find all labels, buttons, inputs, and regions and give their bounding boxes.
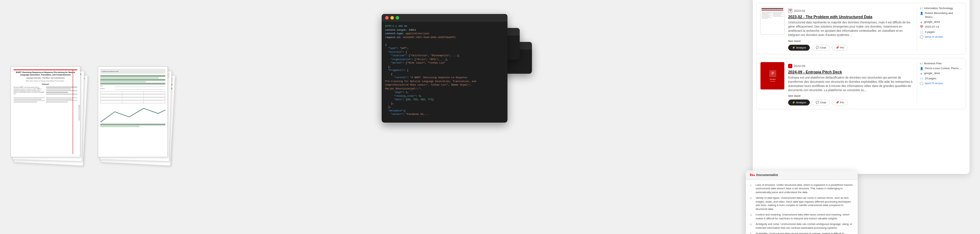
chat-logo-icon [750,174,755,176]
see-more-1[interactable]: See more [788,40,913,43]
chat-item-3: 3. Context and meaning: Unstructured dat… [750,213,853,220]
analyze-btn-1[interactable]: ⚡ Analyze [788,45,810,51]
paper-subtitle: Language Generation, Translation, and Co… [14,77,77,79]
result-desc-1: Unstructured data représente la majorité… [788,21,913,37]
result-body-2: P 2024-09 2024-09 - Entropia Pitch Deck … [788,62,913,106]
form-stack: Formulaire Document Expérience professio… [98,66,175,168]
meta-authors-2: 👤 Pierre-Louis Cortesi, Pierre-... [920,67,962,70]
drive-icon: ▲ [920,21,923,24]
result-title-2: 2024-09 - Entropia Pitch Deck [788,70,913,74]
meta-category-text-2: Business Plan [924,62,942,65]
pages-icon: 📄 [920,31,923,34]
terminal-section: HTTP/1.1 200 OK content-length: applicat… [382,14,535,220]
meta-source-1: ▲ google_drive [920,20,962,24]
result-card-1: 📅 2023-02 2023-02 - The Problem with Uns… [756,3,966,54]
meta-authors-text-2: Pierre-Louis Cortesi, Pierre-... [925,67,962,70]
chat-text-2: Variety of data types: Unstructured data… [756,196,853,211]
meta-source-text-2: google_drive [924,71,940,75]
meta-authors-1: 👤 Robert Bloomberg and Sharu... [920,11,962,19]
chat-logo-dot-3 [754,175,755,176]
meta-pages-text-1: 4 pages [925,30,935,34]
result-thumbnail-2: P Entropia Pitch Deck [760,62,784,90]
result-meta-1: 🏷 Information Technology 👤 Robert Bloomb… [917,6,962,51]
analyze-btn-2[interactable]: ⚡ Analyze [788,100,810,106]
paper-col-left: We present BART, a denoising autoencoder… [14,87,45,95]
chat-logo-dot-2 [752,174,753,176]
person-icon: 👤 [920,12,923,15]
ppt-subtitle: Pitch Deck [770,81,775,82]
meta-category-1: 🏷 Information Technology [920,6,962,10]
paper-body-text: We present BART, a denoising autoencoder… [14,87,45,95]
form-page-front: Expérience professionnelle Nom: Prénom: [98,66,168,157]
result-date-badge-1: 📅 2023-02 [788,9,805,13]
paper-abstract-title: Abstract [14,83,77,85]
traffic-light-red-3[interactable] [385,16,389,19]
result-thumbnail-1 [760,6,784,35]
chat-text-1: Lack of structure: Unlike structured dat… [756,183,853,194]
terminal-body-front: HTTP/1.1 200 OK content-length: 44911 co… [382,22,508,123]
chat-item-1: 1. Lack of structure: Unlike structured … [750,183,853,194]
result-title-prefix-1: 2023-02 - The Problem with [788,15,839,19]
meta-date-text-1: 2023-07-13 [925,25,939,28]
paper-page-front: BART: Denoising Sequence-to-Sequence Pre… [11,66,80,157]
meta-source-2: ▲ google_drive [920,71,962,75]
chat-body: 1. Lack of structure: Unlike structured … [746,180,858,234]
meta-pages-text-2: 15 pages [925,77,936,80]
result-date-2: 2024-09 [794,64,805,68]
traffic-light-yellow-3[interactable] [390,16,394,19]
result-actions-2: ⚡ Analyze 💬 Chat 📌 Pin [788,100,913,106]
chat-btn-2[interactable]: 💬 Chat [812,100,830,106]
result-actions-1: ⚡ Analyze 💬 Chat 📌 Pin [788,45,913,51]
result-date-badge-2: P 2024-09 [788,64,805,68]
calendar-icon-2: 📅 [920,25,923,28]
terminal-window-front: HTTP/1.1 200 OK content-length: 44911 co… [382,14,508,123]
documentalist-app-section: Documentalist 🔍 × Keyword Semantic Date … [753,0,969,234]
chat-logo-dot-1 [750,174,751,176]
chat-btn-1[interactable]: 💬 Chat [812,45,830,51]
paper-authors: Mike Lewis, Yinhan Liu, Naman Goyal, Mar… [14,80,77,82]
meta-category-text-1: Information Technology [924,6,953,10]
meta-version-link-1[interactable]: latest /5 version [925,35,943,38]
ppt-title: Entropia [770,78,776,80]
meta-version-1: latest /5 version [920,35,962,39]
traffic-light-green-3[interactable] [396,16,399,19]
result-meta-2: 🏷 Business Plan 👤 Pierre-Louis Cortesi, … [917,62,962,106]
result-card-2: P Entropia Pitch Deck P 2024-09 [756,58,966,110]
pages-icon-2: 📄 [920,77,923,80]
result-body-1: 📅 2023-02 2023-02 - The Problem with Uns… [788,6,913,51]
paper-title: BART: Denoising Sequence-to-Sequence Pre… [14,71,77,76]
meta-version-link-2[interactable]: latest /5 version [925,82,943,85]
drive-icon-2: ▲ [920,72,923,75]
tag-icon: 🏷 [920,7,923,10]
pin-btn-2[interactable]: 📌 Pin [832,100,848,106]
chat-num-5: 5. [750,232,754,234]
check-circle-icon [920,35,923,39]
meta-date-1: 📅 2023-07-13 [920,25,962,28]
chat-text-5: Scalability: Unstructured data can be ma… [756,232,853,234]
pin-btn-1[interactable]: 📌 Pin [832,45,848,51]
chat-text-3: Context and meaning: Unstructured data o… [756,213,853,220]
result-desc-2: Entropia est une plateforme dédactificat… [788,76,913,93]
tag-icon-2: 🏷 [920,62,923,65]
chat-num-3: 3. [750,213,754,220]
meta-pages-1: 📄 4 pages [920,30,962,34]
paper-date-stamp: 2024-05-15 14:21:56.432 [78,105,80,120]
result-title-text-2: 2024-09 - Entropia Pitch Deck [788,70,842,74]
person-icon-2: 👤 [920,67,923,70]
meta-pages-2: 📄 15 pages [920,77,962,80]
chat-popup: Documentalist 1. Lack of structure: Unli… [746,171,858,234]
chat-title: Documentalist [756,173,778,177]
result-title-highlight-1: Unstructured Data [839,15,872,19]
chat-item-4: 4. Ambiguity and noise: Unstructured dat… [750,223,853,230]
meta-version-2: latest /5 version [920,82,962,85]
meta-authors-text-1: Robert Bloomberg and Sharu... [925,11,962,19]
results-list: 📅 2023-02 2023-02 - The Problem with Uns… [753,0,969,174]
chat-text-4: Ambiguity and noise: Unstructured data c… [756,223,853,230]
chat-num-4: 4. [750,223,754,230]
see-more-2[interactable]: See more [788,94,913,98]
terminal-titlebar-front [382,14,508,22]
calendar-icon: 📅 [788,9,792,13]
document-stacks: BART: Denoising Sequence-to-Sequence Pre… [11,66,175,168]
result-title-1: 2023-02 - The Problem with Unstructured … [788,14,913,19]
paper-stack: BART: Denoising Sequence-to-Sequence Pre… [11,66,88,168]
